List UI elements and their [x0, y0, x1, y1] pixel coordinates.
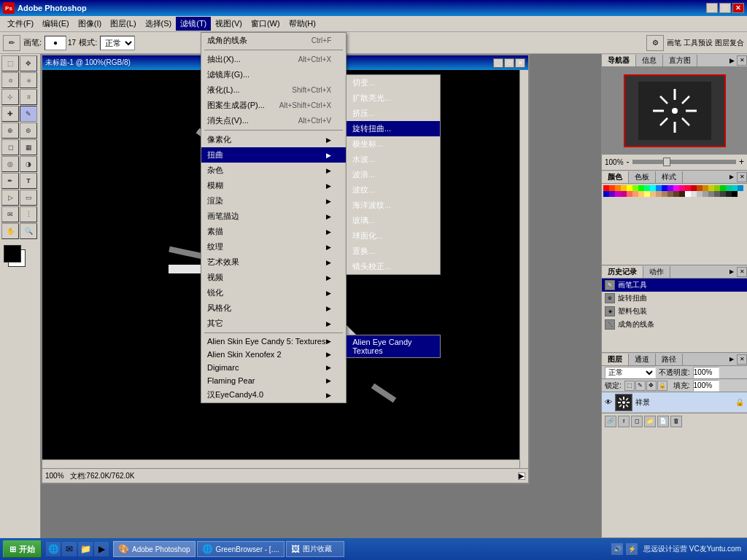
tool-history[interactable]: ⊚: [20, 122, 37, 139]
submenu-ripple-water[interactable]: 水波...: [347, 152, 440, 167]
submenu-ripple[interactable]: 波纹...: [347, 182, 440, 198]
tool-magic-wand[interactable]: ⍟: [20, 72, 37, 88]
layers-options[interactable]: ▶: [727, 354, 737, 365]
submenu-shear[interactable]: 切变...: [347, 75, 440, 90]
menu-edit[interactable]: 编辑(E): [38, 17, 74, 31]
color-cell[interactable]: [703, 185, 708, 191]
menu-entry-artistic[interactable]: 艺术效果: [201, 254, 346, 270]
maximize-button[interactable]: □: [719, 3, 731, 13]
tool-dodge[interactable]: ◑: [20, 156, 37, 172]
tab-actions[interactable]: 动作: [643, 266, 670, 278]
submenu-wave[interactable]: 波浪...: [347, 167, 440, 182]
color-black[interactable]: [732, 191, 738, 197]
tool-eraser[interactable]: ◻: [1, 139, 19, 155]
color-red[interactable]: [603, 185, 609, 191]
submenu-pinch[interactable]: 挤压...: [347, 106, 440, 121]
tool-hand[interactable]: ✋: [1, 223, 19, 239]
menu-entry-pattern[interactable]: 图案生成器(P)... Alt+Shift+Ctrl+X: [201, 98, 346, 113]
tool-path-select[interactable]: ▷: [1, 190, 19, 206]
menu-entry-brushstroke[interactable]: 画笔描边: [201, 209, 346, 224]
tool-crop[interactable]: ⊹: [1, 89, 19, 105]
history-item-angled[interactable]: ⋱ 成角的线条: [602, 318, 747, 331]
color-close[interactable]: ✕: [737, 172, 747, 182]
zoom-out-icon[interactable]: -: [627, 157, 630, 167]
tool-marquee[interactable]: ⬚: [1, 55, 19, 71]
layers-close[interactable]: ✕: [737, 354, 747, 365]
color-cell[interactable]: [720, 191, 726, 197]
color-cell[interactable]: [638, 191, 644, 197]
color-blue[interactable]: [662, 185, 667, 191]
doc-minimize[interactable]: _: [493, 58, 503, 68]
color-cell[interactable]: [615, 191, 621, 197]
close-button[interactable]: ✕: [732, 3, 744, 13]
menu-entry-distort[interactable]: 扭曲 切变... 扩散亮光... 挤压... 旋转扭曲... 极坐标... 水波…: [201, 147, 346, 163]
submenu-ocean[interactable]: 海洋波纹...: [347, 198, 440, 213]
menu-entry-digimarc[interactable]: Digimarc: [201, 361, 346, 374]
tool-blur[interactable]: ◎: [1, 156, 19, 172]
scroll-v[interactable]: [519, 70, 528, 468]
color-cell[interactable]: [603, 191, 609, 197]
menu-entry-chengjiaodesitiao[interactable]: 成角的线条 Ctrl+F: [201, 33, 346, 48]
menu-entry-pixelate[interactable]: 像素化: [201, 132, 346, 147]
submenu-diffuse[interactable]: 扩散亮光...: [347, 90, 440, 106]
tab-info[interactable]: 信息: [636, 55, 663, 66]
tool-shape[interactable]: ▭: [20, 190, 37, 206]
tool-notes[interactable]: ✉: [1, 206, 19, 222]
lock-position[interactable]: ✥: [646, 381, 657, 391]
color-cell[interactable]: [662, 191, 667, 197]
navigator-close[interactable]: ✕: [737, 55, 747, 66]
submenu-alien-textures[interactable]: Alien Eye Candy Textures: [347, 335, 440, 357]
color-cell[interactable]: [697, 191, 703, 197]
tab-styles[interactable]: 样式: [656, 171, 683, 183]
history-item-twirl[interactable]: ⊛ 旋转扭曲: [602, 292, 747, 305]
color-cell[interactable]: [609, 191, 615, 197]
taskbar-pictures[interactable]: 🖼 图片收藏: [286, 541, 344, 557]
start-button[interactable]: ⊞ 开始: [3, 540, 42, 558]
color-cell[interactable]: [720, 185, 726, 191]
submenu-spherize[interactable]: 球面化...: [347, 228, 440, 244]
menu-entry-extract[interactable]: 抽出(X)... Alt+Ctrl+X: [201, 52, 346, 67]
menu-entry-alien-eye[interactable]: Alien Skin Eye Candy 5: Textures Alien E…: [201, 335, 346, 348]
history-close[interactable]: ✕: [737, 267, 747, 277]
color-cell[interactable]: [627, 191, 632, 197]
options-btn[interactable]: ⚙: [646, 35, 664, 51]
color-cell[interactable]: [685, 185, 691, 191]
tab-color[interactable]: 颜色: [602, 171, 629, 183]
color-cell[interactable]: [738, 185, 743, 191]
layer-row-background[interactable]: 👁: [602, 392, 747, 413]
ql-media[interactable]: ▶: [94, 542, 109, 556]
menu-entry-sketch[interactable]: 素描: [201, 224, 346, 239]
doc-maximize[interactable]: □: [504, 58, 514, 68]
submenu-lens[interactable]: 镜头校正...: [347, 259, 440, 274]
color-cell[interactable]: [644, 185, 650, 191]
menu-entry-liquify[interactable]: 液化(L)... Shift+Ctrl+X: [201, 82, 346, 98]
submenu-glass[interactable]: 玻璃...: [347, 213, 440, 228]
color-cell[interactable]: [732, 185, 738, 191]
tab-paths[interactable]: 路径: [656, 354, 683, 365]
color-green[interactable]: [638, 185, 644, 191]
color-cell[interactable]: [714, 185, 720, 191]
tool-lasso[interactable]: ⌾: [1, 72, 19, 88]
color-magenta[interactable]: [673, 185, 679, 191]
color-cell[interactable]: [703, 191, 708, 197]
color-cell[interactable]: [679, 191, 685, 197]
color-cell[interactable]: [650, 191, 656, 197]
minimize-button[interactable]: _: [706, 3, 718, 13]
menu-entry-flaming[interactable]: Flaming Pear: [201, 374, 346, 387]
menu-file[interactable]: 文件(F): [3, 17, 38, 31]
menu-select[interactable]: 选择(S): [141, 17, 177, 31]
color-cell[interactable]: [632, 191, 638, 197]
menu-entry-filtergallery[interactable]: 滤镜库(G)...: [201, 67, 346, 82]
submenu-twirl[interactable]: 旋转扭曲...: [347, 121, 440, 136]
menu-entry-stylize[interactable]: 风格化: [201, 300, 346, 316]
history-item-plastic[interactable]: ◈ 塑料包装: [602, 305, 747, 318]
menu-entry-alien-xeno[interactable]: Alien Skin Xenofex 2: [201, 348, 346, 361]
zoom-slider[interactable]: [632, 160, 736, 164]
color-cell[interactable]: [667, 185, 673, 191]
color-cell[interactable]: [644, 191, 650, 197]
navigator-options[interactable]: ▶: [727, 55, 737, 66]
menu-entry-render[interactable]: 渲染: [201, 193, 346, 209]
taskbar-photoshop[interactable]: 🎨 Adobe Photoshop: [113, 541, 196, 557]
add-style-btn[interactable]: f: [618, 416, 630, 427]
layer-mode-select[interactable]: 正常: [605, 367, 656, 378]
